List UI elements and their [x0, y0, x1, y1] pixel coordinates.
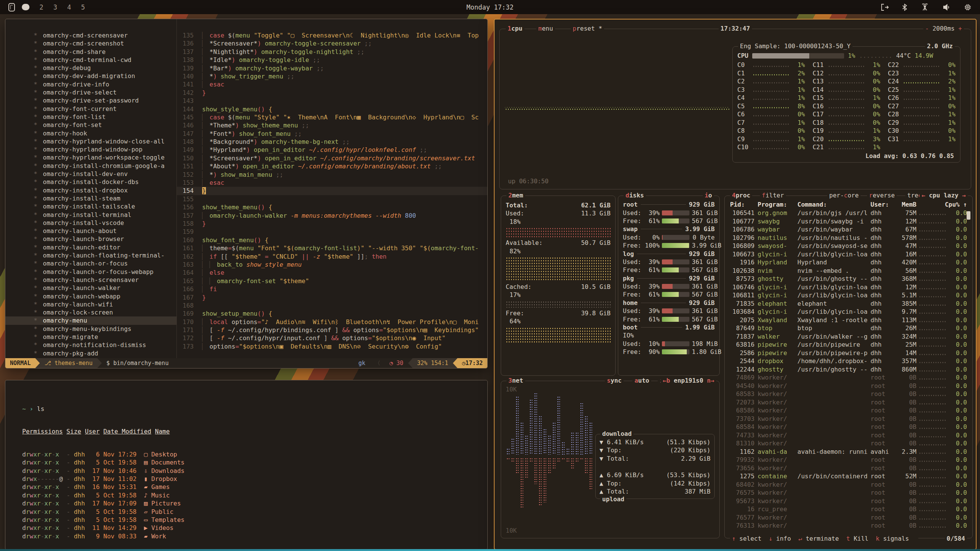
net-sync-button[interactable]: sync: [605, 377, 624, 384]
process-row[interactable]: 106786waybar/usr/bin/waybardhh67M0.0: [725, 225, 972, 234]
footer-key[interactable]: ↵ terminate: [798, 535, 846, 542]
process-row[interactable]: 79932kworker/root0B0.0: [725, 456, 972, 464]
process-row[interactable]: 87649btopbtopdhh26M0.0: [725, 324, 972, 333]
file-row[interactable]: *omarchy-install-terminal: [5, 211, 176, 219]
process-row[interactable]: 106811glycin-i/usr/lib/glycin-loadersdhh…: [725, 291, 972, 300]
file-row[interactable]: *omarchy-debug: [5, 64, 176, 72]
process-row[interactable]: 72073kworker/root0B0.0: [725, 398, 972, 407]
file-row[interactable]: *omarchy-launch-browser: [5, 235, 176, 243]
preset-button[interactable]: preset *: [571, 25, 604, 32]
file-row[interactable]: *omarchy-hyprland-workspace-toggle: [5, 153, 176, 161]
file-row[interactable]: *omarchy-font-current: [5, 105, 176, 113]
code-pane[interactable]: 135▏ case $(menu "Toggle" "▢ Screensaver…: [177, 31, 487, 358]
file-row[interactable]: *omarchy-launch-editor: [5, 243, 176, 251]
footer-key[interactable]: ↓ info: [769, 535, 798, 542]
process-row[interactable]: 71837walker/usr/bin/walker --gappldhh324…: [725, 333, 972, 341]
file-row[interactable]: *omarchy-launch-walker: [5, 284, 176, 292]
process-row[interactable]: 73656kworker/root0B0.0: [725, 464, 972, 473]
tab-proc[interactable]: 4proc: [730, 192, 752, 199]
file-row[interactable]: *omarchy-drive-set-password: [5, 96, 176, 104]
process-row[interactable]: 102796nautilus/usr/bin/nautilus --newdhh…: [725, 234, 972, 242]
net-auto-button[interactable]: auto: [632, 377, 651, 384]
file-row[interactable]: *omarchy-cmd-screensaver: [5, 31, 176, 39]
file-row[interactable]: *omarchy-migrate: [5, 333, 176, 341]
process-row[interactable]: 73703kworker/root0B0.0: [725, 415, 972, 423]
file-row[interactable]: *omarchy-drive-select: [5, 88, 176, 96]
io-button[interactable]: io: [703, 192, 714, 199]
logout-icon[interactable]: [880, 3, 889, 11]
footer-key[interactable]: ↑ select: [732, 535, 769, 542]
terminal-window[interactable]: ~ › ls Permissions Size User Date Modifi…: [5, 380, 488, 550]
file-row[interactable]: *omarchy-launch-or-focus-webapp: [5, 268, 176, 276]
tab-mem[interactable]: 2mem: [506, 192, 525, 199]
process-row[interactable]: 103684glycin-i/usr/lib/glycin-loadersdhh…: [725, 308, 972, 316]
file-row[interactable]: *omarchy-install-tailscale: [5, 202, 176, 210]
menu-button[interactable]: menu: [536, 25, 555, 32]
process-row[interactable]: 2544dropbox/home/dhh/.dropbox-distdhh357…: [725, 357, 972, 365]
process-row[interactable]: 106777swaybg/usr/bin/swaybg -i /homdhh12…: [725, 217, 972, 226]
proc-scrollbar[interactable]: [967, 211, 970, 220]
cpu-icon[interactable]: [964, 3, 972, 11]
process-row[interactable]: 87573ghostty/usr/bin/ghostty --gtk-dhh36…: [725, 275, 972, 283]
file-row[interactable]: *omarchy-cmd-terminal-cwd: [5, 56, 176, 64]
file-row[interactable]: *omarchy-install-dev-env: [5, 170, 176, 178]
bluetooth-icon[interactable]: [902, 3, 907, 11]
proc-percore-button[interactable]: per-core: [827, 192, 861, 199]
interval-minus-button[interactable]: -: [925, 25, 933, 32]
file-row[interactable]: *omarchy-hook: [5, 129, 176, 137]
process-row[interactable]: 68583kworker/root0B0.0: [725, 390, 972, 398]
process-row[interactable]: 68584kworker/root0B0.0: [725, 423, 972, 431]
file-row[interactable]: *omarchy-notification-dismiss: [5, 341, 176, 349]
file-row[interactable]: *omarchy-install-docker-dbs: [5, 178, 176, 186]
process-row[interactable]: 71835elephantelephantdhh385M0.0: [725, 300, 972, 308]
process-row[interactable]: 1162avahi-daavahi-daemon: running [avahi…: [725, 448, 972, 456]
file-row[interactable]: *omarchy-hyprland-window-close-all: [5, 137, 176, 145]
process-row[interactable]: 1916HyprlandHyprlanddhh420M0.0: [725, 258, 972, 267]
process-row[interactable]: 2586pipewire/usr/bin/pipewire-pulsedhh14…: [725, 349, 972, 357]
file-row[interactable]: *omarchy-launch-webapp: [5, 292, 176, 300]
file-row[interactable]: *omarchy-font-list: [5, 113, 176, 121]
network-icon[interactable]: [920, 3, 929, 11]
file-row[interactable]: *omarchy-launch-about: [5, 227, 176, 235]
process-row[interactable]: 2075XwaylandXwayland :1 -rootless -dhh11…: [725, 316, 972, 324]
proc-filter-button[interactable]: filter: [760, 192, 786, 199]
file-row[interactable]: *omarchy-dev-add-migration: [5, 72, 176, 80]
file-row[interactable]: *omarchy-launch-wifi: [5, 300, 176, 308]
file-row[interactable]: *omarchy-lock-screen: [5, 308, 176, 316]
file-row[interactable]: *omarchy-install-dropbox: [5, 186, 176, 194]
process-row[interactable]: 16rcu_preeroot0B0.0: [725, 505, 972, 514]
file-row[interactable]: *omarchy-font-set: [5, 121, 176, 129]
file-row[interactable]: *omarchy-launch-screensaver: [5, 276, 176, 284]
file-row[interactable]: *omarchy-launch-floating-terminal-: [5, 251, 176, 259]
process-row[interactable]: 12244ghostty/usr/bin/ghostty --gtk-dhh86…: [725, 365, 972, 374]
process-row[interactable]: 74869kworker/root0B0.0: [725, 373, 972, 382]
process-row[interactable]: 74733kworker/root0B0.0: [725, 431, 972, 440]
process-row[interactable]: 106673glycin-i/usr/lib/glycin-loadersdhh…: [725, 250, 972, 259]
process-row[interactable]: 76575kworker/root0B0.0: [725, 489, 972, 497]
process-row[interactable]: 63816pipewire/usr/bin/pipewiredhh25M0.0: [725, 341, 972, 349]
process-row[interactable]: 81310kworker/root0B0.0: [725, 439, 972, 448]
process-row[interactable]: 106541org.gnom/usr/bin/gjs /usr/lib/odhh…: [725, 209, 972, 217]
process-row[interactable]: 102638nvimnvim --embed .dhh56M0.0: [725, 267, 972, 275]
process-row[interactable]: 68402kworker/root0B0.0: [725, 481, 972, 489]
process-row[interactable]: 106809swayosd-/usr/bin/swayosd-serverdhh…: [725, 242, 972, 250]
file-row[interactable]: *omarchy-drive-info: [5, 80, 176, 88]
file-row[interactable]: *omarchy-menu-keybindings: [5, 325, 176, 333]
process-row[interactable]: 94540kworker/root0B0.0: [725, 382, 972, 390]
net-interface[interactable]: ←b enp191s0 n→: [661, 377, 716, 384]
file-row[interactable]: *omarchy-cmd-share: [5, 48, 176, 56]
volume-icon[interactable]: [942, 3, 951, 11]
process-row[interactable]: 106746glycin-i/usr/lib/glycin-loadersdhh…: [725, 283, 972, 292]
interval-plus-button[interactable]: +: [955, 25, 962, 32]
process-row[interactable]: 95673kworker/root0B0.0: [725, 497, 972, 505]
file-row[interactable]: *omarchy-pkg-add: [5, 349, 176, 357]
proc-reverse-button[interactable]: reverse: [867, 192, 897, 199]
process-row[interactable]: 76313kworker/root0B0.0: [725, 522, 972, 530]
file-row[interactable]: *omarchy-cmd-screenshot: [5, 39, 176, 47]
file-row[interactable]: *omarchy-install-steam: [5, 194, 176, 202]
file-row[interactable]: *omarchy-install-chromium-google-a: [5, 162, 176, 170]
file-row[interactable]: *omarchy-install-vscode: [5, 219, 176, 227]
process-row[interactable]: 1275containe/usr/bin/containerdroot52M0.…: [725, 472, 972, 481]
tab-cpu[interactable]: 1cpu: [506, 25, 524, 32]
file-row[interactable]: *omarchy-hyprland-window-pop: [5, 145, 176, 153]
